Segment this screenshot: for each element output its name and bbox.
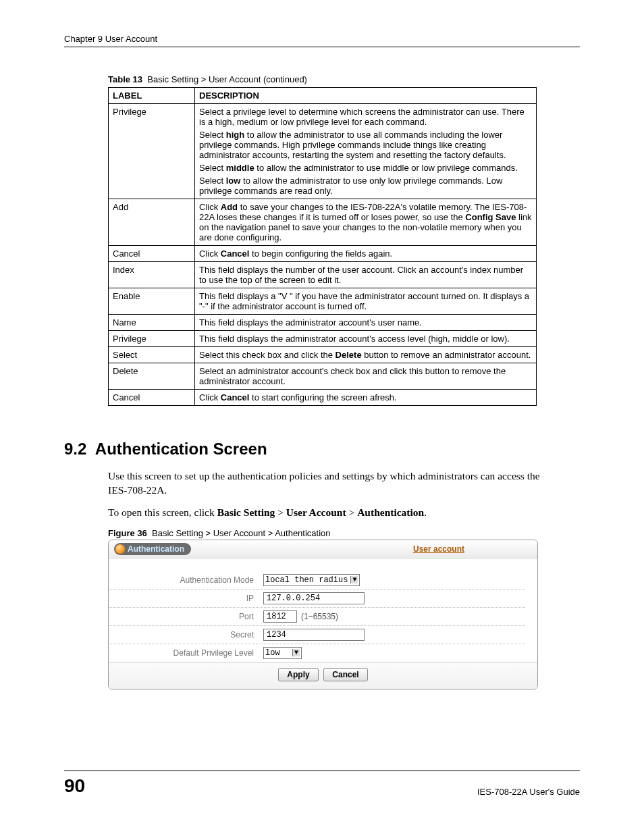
cell-label: Cancel bbox=[109, 246, 195, 262]
panel-title-pill: Authentication bbox=[114, 543, 191, 555]
user-account-link[interactable]: User account bbox=[413, 544, 464, 554]
cell-description: This field displays the administrator ac… bbox=[195, 331, 537, 347]
chevron-down-icon: ▼ bbox=[350, 576, 358, 583]
page-footer: 90 IES-708-22A User's Guide bbox=[64, 771, 580, 797]
cell-description: Click Add to save your changes to the IE… bbox=[195, 199, 537, 246]
cell-label: Cancel bbox=[109, 390, 195, 406]
cell-label: Add bbox=[109, 199, 195, 246]
table-row: Cancel Click Cancel to begin configuring… bbox=[109, 246, 537, 262]
section-heading: 9.2 Authentication Screen bbox=[64, 440, 580, 459]
cell-description: Click Cancel to begin configuring the fi… bbox=[195, 246, 537, 262]
figure-caption-text: Basic Setting > User Account > Authentic… bbox=[152, 528, 331, 538]
table-row: Index This field displays the number of … bbox=[109, 262, 537, 288]
cell-label: Select bbox=[109, 347, 195, 363]
th-description: DESCRIPTION bbox=[195, 88, 537, 104]
reference-table: LABEL DESCRIPTION Privilege Select a pri… bbox=[108, 87, 537, 406]
desc-text: Click Add to save your changes to the IE… bbox=[199, 202, 532, 242]
select-default-privilege-level[interactable]: low ▼ bbox=[263, 647, 302, 659]
section-title: Authentication Screen bbox=[95, 440, 267, 458]
panel-footer: Apply Cancel bbox=[109, 662, 537, 689]
label-secret: Secret bbox=[109, 630, 263, 640]
intro-paragraph: Use this screen to set up the authentica… bbox=[108, 469, 540, 498]
authentication-panel: Authentication User account Authenticati… bbox=[108, 540, 538, 689]
cell-label: Name bbox=[109, 315, 195, 331]
guide-name: IES-708-22A User's Guide bbox=[477, 787, 580, 797]
cell-label: Privilege bbox=[109, 331, 195, 347]
row-ip: IP 127.0.0.254 bbox=[109, 590, 525, 608]
panel-titlebar: Authentication User account bbox=[109, 540, 537, 559]
input-port[interactable]: 1812 bbox=[263, 610, 297, 623]
desc-text: Select high to allow the administrator t… bbox=[199, 130, 532, 160]
panel-title: Authentication bbox=[128, 544, 184, 554]
table-row: Select Select this check box and click t… bbox=[109, 347, 537, 363]
input-ip[interactable]: 127.0.0.254 bbox=[263, 592, 365, 604]
input-secret[interactable]: 1234 bbox=[263, 629, 365, 641]
table-row: Add Click Add to save your changes to th… bbox=[109, 199, 537, 246]
table-header-row: LABEL DESCRIPTION bbox=[109, 88, 537, 104]
row-authentication-mode: Authentication Mode local then radius ▼ bbox=[109, 571, 525, 590]
label-port: Port bbox=[109, 612, 263, 621]
table-row: Name This field displays the administrat… bbox=[109, 315, 537, 331]
cell-description: Select a privilege level to determine wh… bbox=[195, 104, 537, 199]
cell-description: This field displays the number of the us… bbox=[195, 262, 537, 288]
table-caption-label: Table 13 bbox=[108, 74, 142, 84]
cell-description: Select this check box and click the Dele… bbox=[195, 347, 537, 363]
cell-label: Enable bbox=[109, 288, 195, 315]
figure-caption: Figure 36 Basic Setting > User Account >… bbox=[108, 528, 580, 538]
table-caption-text: Basic Setting > User Account (continued) bbox=[147, 74, 307, 84]
table-row: Privilege This field displays the admini… bbox=[109, 331, 537, 347]
label-default-privilege-level: Default Privilege Level bbox=[109, 648, 263, 658]
panel-title-icon bbox=[115, 544, 125, 554]
cell-description: This field displays the administrator ac… bbox=[195, 315, 537, 331]
panel-body: Authentication Mode local then radius ▼ … bbox=[109, 559, 537, 689]
cancel-button[interactable]: Cancel bbox=[323, 668, 367, 681]
table-row: Cancel Click Cancel to start configuring… bbox=[109, 390, 537, 406]
desc-text: Select middle to allow the administrator… bbox=[199, 163, 532, 173]
select-value: low bbox=[265, 648, 280, 658]
cell-label: Privilege bbox=[109, 104, 195, 199]
hint-port-range: (1~65535) bbox=[301, 612, 338, 621]
chevron-down-icon: ▼ bbox=[292, 649, 300, 656]
section-number: 9.2 bbox=[64, 440, 86, 458]
desc-text: Select a privilege level to determine wh… bbox=[199, 107, 532, 127]
table-caption: Table 13 Basic Setting > User Account (c… bbox=[108, 74, 580, 84]
chapter-label: Chapter 9 User Account bbox=[64, 34, 157, 44]
table-row: Delete Select an administrator account's… bbox=[109, 363, 537, 390]
table-row: Enable This field displays a "V " if you… bbox=[109, 288, 537, 315]
desc-text: Select low to allow the administrator to… bbox=[199, 176, 532, 196]
row-default-privilege-level: Default Privilege Level low ▼ bbox=[109, 644, 525, 662]
row-secret: Secret 1234 bbox=[109, 626, 525, 644]
page-header: Chapter 9 User Account bbox=[64, 34, 580, 47]
figure-caption-label: Figure 36 bbox=[108, 528, 147, 538]
cell-description: This field displays a "V " if you have t… bbox=[195, 288, 537, 315]
select-authentication-mode[interactable]: local then radius ▼ bbox=[263, 574, 360, 586]
cell-description: Click Cancel to start configuring the sc… bbox=[195, 390, 537, 406]
nav-paragraph: To open this screen, click Basic Setting… bbox=[108, 506, 540, 520]
label-authentication-mode: Authentication Mode bbox=[109, 575, 263, 585]
page-number: 90 bbox=[64, 775, 85, 797]
cell-label: Delete bbox=[109, 363, 195, 390]
label-ip: IP bbox=[109, 594, 263, 603]
cell-description: Select an administrator account's check … bbox=[195, 363, 537, 390]
cell-label: Index bbox=[109, 262, 195, 288]
th-label: LABEL bbox=[109, 88, 195, 104]
table-row: Privilege Select a privilege level to de… bbox=[109, 104, 537, 199]
select-value: local then radius bbox=[265, 575, 348, 585]
row-port: Port 1812 (1~65535) bbox=[109, 608, 525, 626]
apply-button[interactable]: Apply bbox=[278, 668, 318, 681]
